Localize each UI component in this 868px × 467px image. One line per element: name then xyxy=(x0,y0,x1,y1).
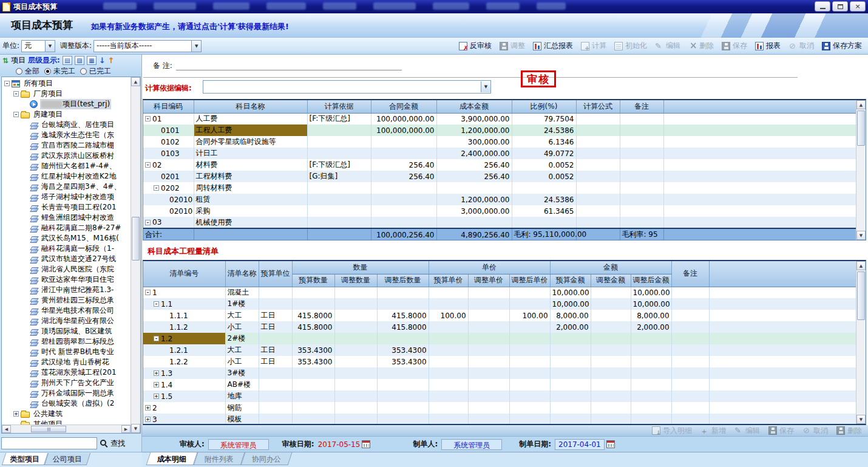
tree-item[interactable]: 其他项目 xyxy=(2,419,131,424)
expander-plus-icon[interactable] xyxy=(145,417,151,422)
expander-plus-icon[interactable] xyxy=(145,405,151,411)
filter-radio-0[interactable] xyxy=(16,68,22,75)
sidebar-tab-类型项目[interactable]: 类型项目 xyxy=(2,453,48,465)
tree-item[interactable]: 黄州碧桂园三标段总承 xyxy=(2,295,131,305)
column-subheader[interactable]: 调整后数量 xyxy=(377,274,429,287)
subject-row[interactable]: 02材料费[F:下级汇总]256.40256.400.0052 xyxy=(143,159,856,171)
tree-item[interactable]: 潜江中南世纪雅苑1.3- xyxy=(2,285,131,295)
search-input[interactable] xyxy=(1,437,97,449)
tree-item[interactable]: 武汉长岛M15、M16栋( xyxy=(2,233,131,244)
tab-成本明细[interactable]: 成本明细 xyxy=(146,452,198,465)
column-subheader[interactable]: 预算单价 xyxy=(429,274,468,287)
sort-descending-icon[interactable]: ↓ xyxy=(99,56,106,65)
column-header[interactable]: 计算公式 xyxy=(576,100,620,113)
boq-table-scrollbar[interactable]: ▲ ▼ xyxy=(856,261,866,424)
boq-row[interactable]: 1.33#楼 xyxy=(143,367,856,379)
calendar-icon[interactable] xyxy=(606,440,615,448)
tree-item[interactable]: 莲花湖东景城工程(201 xyxy=(2,367,131,378)
scrollbar-thumb[interactable] xyxy=(132,217,140,261)
tab-附件列表[interactable]: 附件列表 xyxy=(194,452,245,465)
column-header[interactable]: 计算依据 xyxy=(307,100,371,113)
sort-ascending-icon[interactable]: ↑ xyxy=(108,56,115,65)
tree-item[interactable]: 武汉东原洪山区板桥村 xyxy=(2,151,131,161)
subject-row[interactable]: 01人工费[F:下级汇总]100,000,000.003,900,000.007… xyxy=(143,113,856,124)
boq-row[interactable]: 1.1.1大工工日415.8000415.8000100.00100.008,0… xyxy=(143,310,856,321)
tree-item[interactable]: 台银城安装（虚拟）(2 xyxy=(2,398,131,409)
boq-row[interactable]: 1.22#楼 xyxy=(143,333,856,344)
column-subheader[interactable]: 调整数量 xyxy=(334,274,377,287)
chevron-down-icon[interactable]: ▼ xyxy=(45,41,55,52)
tree-item[interactable]: 武汉市轨道交通27号线 xyxy=(2,254,131,264)
expander-minus-icon[interactable] xyxy=(145,220,151,225)
maximize-button[interactable] xyxy=(832,1,848,12)
column-subheader[interactable]: 调整后单价 xyxy=(509,274,550,287)
expander-plus-icon[interactable] xyxy=(154,394,159,399)
chevron-down-icon[interactable]: ▼ xyxy=(191,41,201,52)
column-header[interactable]: 清单编号 xyxy=(143,261,225,287)
tree-item[interactable]: 所有项目 xyxy=(2,78,131,89)
boq-row[interactable]: 1.5地库 xyxy=(143,390,856,402)
expander-minus-icon[interactable] xyxy=(145,116,151,121)
expander-minus-icon[interactable] xyxy=(13,112,19,117)
tree-item[interactable]: 台银城商业、居住项目 xyxy=(2,120,131,130)
tree-item[interactable]: 武汉绿地 青山香树花 xyxy=(2,357,131,367)
column-header[interactable]: 科目名称 xyxy=(194,100,307,113)
expander-minus-icon[interactable] xyxy=(145,290,151,295)
subject-row[interactable]: 02010采购3,000,000.0061.3465 xyxy=(143,205,856,217)
search-button[interactable]: 查找 xyxy=(110,438,125,449)
boq-row[interactable]: 1.11#楼10,000.0010,000.00 xyxy=(143,298,856,310)
minimize-button[interactable] xyxy=(815,1,830,12)
column-subheader[interactable]: 调整金额 xyxy=(591,274,631,287)
grid-view-icon[interactable]: ▦ xyxy=(87,56,97,65)
tree-item[interactable]: 万科金域国际一期总承 xyxy=(2,388,131,398)
expander-minus-icon[interactable] xyxy=(154,336,159,341)
tree-item[interactable]: 房建项目 xyxy=(2,109,131,120)
column-header[interactable]: 金额 xyxy=(550,261,671,274)
subject-row[interactable]: 0101工程人工费100,000,000.001,200,000.0024.53… xyxy=(143,124,856,136)
boq-row[interactable]: 1.2.2小工工日353.4300353.4300 xyxy=(143,356,856,367)
tree-item[interactable]: 项目(test_prj) xyxy=(2,99,131,109)
tree-item[interactable]: 厂房项目 xyxy=(2,89,131,99)
tree-item[interactable]: 长青壹号项目工程(201 xyxy=(2,202,131,213)
tree-item[interactable]: 海昌之星四期3#、4#、 xyxy=(2,182,131,192)
tree-item[interactable]: 随州恒大名都1#-4#、 xyxy=(2,161,131,171)
tree-item[interactable]: 融科花满庭二期8#-27# xyxy=(2,223,131,233)
column-header[interactable]: 科目编码 xyxy=(143,100,194,113)
scroll-up-icon[interactable]: ▲ xyxy=(856,261,866,270)
calc-basis-select[interactable]: ▼ xyxy=(203,80,491,94)
scroll-down-icon[interactable]: ▼ xyxy=(856,231,866,240)
tree-item[interactable]: 时代 新世界B机电专业 xyxy=(2,347,131,357)
subject-row[interactable]: 0201工程材料费[G:归集]256.40256.400.0052 xyxy=(143,171,856,182)
tree-horizontal-scrollbar[interactable]: ◀ ▶ xyxy=(2,424,131,433)
scroll-left-icon[interactable]: ◀ xyxy=(2,425,11,433)
expander-minus-icon[interactable] xyxy=(145,162,151,168)
detail-view-icon[interactable]: ▨ xyxy=(75,56,84,65)
expander-minus-icon[interactable] xyxy=(13,91,19,97)
note-input[interactable] xyxy=(176,58,402,70)
tree-item[interactable]: 碧桂园翡翠郡二标段总 xyxy=(2,336,131,347)
tree-item[interactable]: 顶琇国际城、B区建筑 xyxy=(2,326,131,336)
scrollbar-thumb[interactable] xyxy=(31,426,66,432)
tree-item[interactable]: 荆州天下广告文化产业 xyxy=(2,378,131,388)
filter-radio-1[interactable] xyxy=(44,68,51,75)
column-subheader[interactable]: 调整单价 xyxy=(468,274,509,287)
scrollbar-thumb[interactable] xyxy=(857,271,865,320)
column-header[interactable]: 单价 xyxy=(429,261,550,274)
boq-row[interactable]: 1.2.1大工工日353.4300353.4300 xyxy=(143,344,856,356)
column-subheader[interactable]: 调整后金额 xyxy=(631,274,671,287)
expander-plus-icon[interactable] xyxy=(154,370,159,376)
tree-item[interactable]: 鲤鱼洲组团城中村改造 xyxy=(2,213,131,223)
boq-row[interactable]: 1.4AB#楼 xyxy=(143,379,856,390)
tree-item[interactable]: 华星光电技术有限公司 xyxy=(2,305,131,316)
boq-row[interactable]: 3模板 xyxy=(143,414,856,424)
column-subheader[interactable]: 预算数量 xyxy=(292,274,334,287)
subject-table-scrollbar[interactable]: ▲ ▼ xyxy=(856,100,866,240)
expander-minus-icon[interactable] xyxy=(154,301,159,307)
tree-item[interactable]: 湖北省人民医院（东院 xyxy=(2,264,131,274)
tree-item[interactable]: 塔子湖村城中村改造项 xyxy=(2,192,131,202)
column-header[interactable]: 备注 xyxy=(620,100,663,113)
column-header[interactable]: 合同金额 xyxy=(371,100,436,113)
version-select[interactable]: -----当前版本----- ▼ xyxy=(93,40,202,52)
tree-item[interactable]: 逸城亲水生态住宅（东 xyxy=(2,130,131,140)
subject-row[interactable]: 0103计日工2,400,000.0049.0772 xyxy=(143,148,856,159)
